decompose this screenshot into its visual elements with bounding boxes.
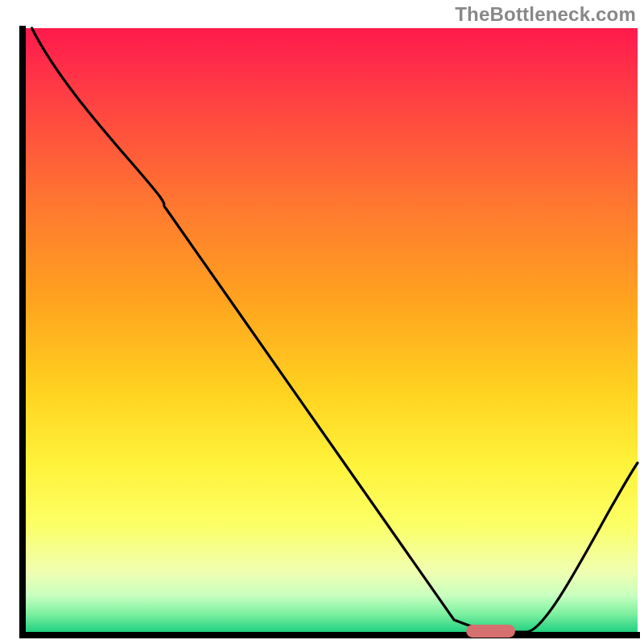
optimal-marker: [466, 625, 515, 638]
watermark-text: TheBottleneck.com: [455, 3, 636, 26]
x-axis: [19, 632, 640, 638]
chart-container: TheBottleneck.com: [0, 0, 644, 644]
plot-background: [26, 28, 638, 632]
bottleneck-chart: [0, 0, 644, 644]
y-axis: [19, 26, 26, 638]
